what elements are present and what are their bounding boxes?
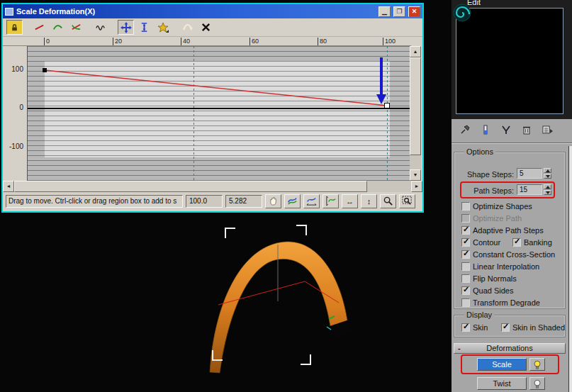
pin-stack-button[interactable] [458,123,472,136]
display-x-axis-button[interactable] [31,20,47,35]
selected-point-y-field[interactable]: 5.282 [225,195,262,208]
move-cross-icon [120,22,132,33]
scale-deformation-window: Scale Deformation(X) ▁ ❐ ✕ [1,3,424,213]
checkbox-flip-normals[interactable]: Flip Normals [461,274,517,284]
control-point-end-selected[interactable] [385,103,390,108]
checkbox-constant-cross-section[interactable]: Constant Cross-Section [461,250,555,259]
path-steps-spinner[interactable] [544,184,551,195]
scroll-down-button[interactable]: ▼ [410,169,421,181]
y-axis-label: 0 [19,103,23,111]
checkbox-optimize-path[interactable]: Optimize Path [461,213,522,223]
panel-scrollbar[interactable] [568,146,572,392]
scale-vertical-icon [139,22,150,33]
checkbox-skin-in-shaded[interactable]: Skin in Shaded [501,323,565,332]
horizontal-scroll-thumb[interactable] [14,181,367,192]
vertical-scrollbar[interactable]: ▲ ▼ [410,46,421,181]
ruler-tick: 20 [113,38,122,45]
scroll-right-button[interactable]: ► [411,181,422,192]
lock-icon [9,22,20,33]
selected-point-x-field[interactable]: 100.0 [186,195,223,208]
zoom-horizontal-extents-button[interactable] [303,194,320,208]
ruler-tick: 100 [383,38,396,45]
stack-toolbar [452,121,572,139]
spinner-down-icon[interactable] [544,174,551,179]
scale-enable-toggle[interactable] [529,358,545,371]
horizontal-ruler: 0 20 40 60 80 100 [3,37,411,46]
y-axis-gutter: 100 0 -100 [3,46,27,181]
axis-tick-cyan [327,327,331,330]
control-point-start[interactable] [43,68,47,72]
zoom-region-button[interactable] [399,194,415,208]
make-symmetrical-button[interactable] [6,20,23,35]
xy-axes-curves-icon [71,22,82,33]
delete-control-point-button[interactable] [198,20,214,35]
shape-steps-spinner[interactable] [544,168,551,179]
swap-deform-curves-button[interactable] [93,20,109,35]
ruler-tick: 40 [181,38,190,45]
make-unique-button[interactable] [499,123,513,136]
star-icon [157,22,169,33]
checkbox-contour[interactable]: Contour [461,237,500,247]
checkbox-linear-interpolation[interactable]: Linear Interpolation [461,262,539,271]
loft-arch-mesh[interactable] [210,242,347,373]
move-control-point-button[interactable] [118,20,134,35]
zoom-vertically-button[interactable]: ↕ [361,194,377,208]
close-button[interactable]: ✕ [408,6,420,17]
shape-steps-field[interactable]: 5 [517,168,542,179]
titlebar[interactable]: Scale Deformation(X) ▁ ❐ ✕ [3,4,422,18]
scale-control-point-button[interactable] [136,20,152,35]
checkbox-box [461,238,470,247]
annotation-arrow [376,57,386,104]
x-axis-curve-icon [34,22,45,33]
twist-deformation-button[interactable]: Twist [477,377,527,390]
spinner-down-icon[interactable] [544,190,551,195]
zoom-extents-button[interactable] [284,194,301,208]
zoom-vertical-extents-button[interactable] [323,194,339,208]
deformations-rollout-title: Deformations [486,344,532,352]
lightbulb-on-icon [532,359,542,370]
checkbox-quad-sides[interactable]: Quad Sides [461,286,513,296]
zoom-horizontally-button[interactable]: ↔ [342,194,358,208]
scale-deformation-button[interactable]: Scale [477,358,527,371]
reset-curve-icon [182,22,193,33]
display-y-axis-button[interactable] [50,20,66,35]
spinner-up-icon[interactable] [544,184,551,189]
show-end-result-button[interactable] [478,123,493,136]
checkbox-box [501,323,510,332]
display-xy-axes-button[interactable] [68,20,84,35]
maximize-button[interactable]: ❐ [393,6,405,17]
spinner-up-icon[interactable] [544,168,551,173]
reset-curve-button[interactable] [179,20,196,35]
checkbox-box [461,298,470,307]
checkbox-banking[interactable]: Banking [512,237,552,247]
configure-sets-icon [542,124,553,135]
twist-enable-toggle[interactable] [529,377,545,390]
checkbox-transform-degrade[interactable]: Transform Degrade [461,298,540,308]
deformation-curve-plot[interactable] [27,46,410,181]
configure-modifier-sets-button[interactable] [540,123,554,136]
remove-modifier-button[interactable] [520,123,534,136]
deformations-rollout-header[interactable]: - Deformations [454,343,566,354]
horizontal-scrollbar[interactable]: ◄ ► [3,181,422,192]
insert-corner-point-button[interactable] [155,20,171,35]
zoom-button[interactable] [380,194,396,208]
viewport-3d[interactable] [177,211,390,392]
checkbox-adaptive-path-steps[interactable]: Adaptive Path Steps [461,225,544,235]
minimize-button[interactable]: ▁ [378,6,391,17]
path-steps-label: Path Steps: [456,186,514,195]
y-axis-label: 100 [11,65,23,73]
scale-curve-line[interactable] [45,70,387,106]
modifier-stack-list[interactable] [456,8,563,114]
display-group: Display Skin Skin in Shaded [454,315,566,337]
scroll-left-button[interactable]: ◄ [3,181,14,192]
pan-button[interactable] [265,194,281,208]
checkbox-optimize-shapes[interactable]: Optimize Shapes [461,201,532,211]
checkbox-box [512,238,521,247]
deformation-graph-area: 100 0 -100 [3,46,422,181]
scroll-up-button[interactable]: ▲ [410,46,421,57]
checkbox-skin[interactable]: Skin [461,323,488,332]
prompt-line: Drag to move. Ctrl-click or drag region … [6,195,183,208]
checkbox-box [461,226,470,235]
path-steps-field[interactable]: 15 [517,184,542,195]
vertical-scroll-thumb[interactable] [410,57,421,155]
